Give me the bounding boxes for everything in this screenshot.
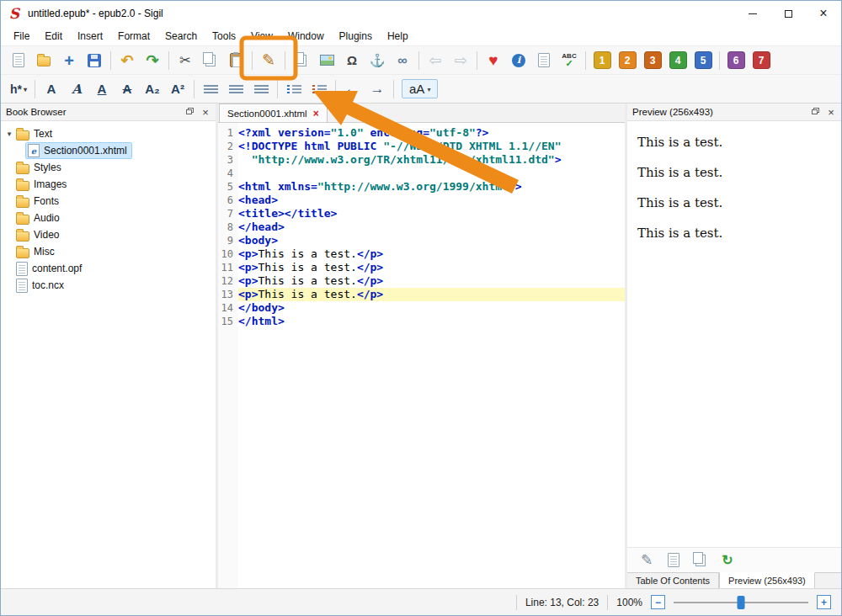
heading-2-button[interactable]: 2 xyxy=(615,49,640,72)
tree-item-content-opf[interactable]: content.opf xyxy=(1,260,216,277)
donate-button[interactable]: ♥ xyxy=(481,49,506,72)
menu-file[interactable]: File xyxy=(6,28,37,45)
tree-item-audio[interactable]: Audio xyxy=(1,210,216,226)
insert-link-button[interactable]: ∞ xyxy=(390,49,415,72)
bold-button[interactable]: A xyxy=(39,77,64,101)
book-browser-tree[interactable]: ▾TextSection0001.xhtmlStylesImagesFontsA… xyxy=(1,121,216,588)
heading-7-button[interactable]: 7 xyxy=(749,49,774,72)
align-center-button[interactable] xyxy=(223,77,248,101)
code-line-2[interactable]: 2<!DOCTYPE html PUBLIC "-//W3C//DTD XHTM… xyxy=(218,140,625,153)
menu-help[interactable]: Help xyxy=(380,28,416,45)
code-line-11[interactable]: 11<p>This is a test.</p> xyxy=(218,261,625,274)
spellcheck-button[interactable]: ABC✓ xyxy=(557,49,582,72)
dock-tab-preview-256x493-[interactable]: Preview (256x493) xyxy=(719,572,815,588)
copy-button[interactable] xyxy=(198,49,223,72)
tab-close-icon[interactable]: × xyxy=(313,109,319,119)
select-all-button[interactable] xyxy=(661,549,686,572)
tree-item-toc-ncx[interactable]: toc.ncx xyxy=(1,277,216,294)
heading-style-button[interactable]: h*▾ xyxy=(6,77,31,101)
tree-item-images[interactable]: Images xyxy=(1,176,216,193)
numbered-list-button[interactable] xyxy=(306,77,332,101)
zoom-slider-handle[interactable] xyxy=(738,596,745,609)
tree-item-video[interactable]: Video xyxy=(1,226,216,243)
book-browser-close-button[interactable] xyxy=(199,106,212,118)
heading-1-button[interactable]: 1 xyxy=(589,49,615,72)
menu-insert[interactable]: Insert xyxy=(70,28,110,45)
bullet-list-button[interactable] xyxy=(281,77,306,101)
maximize-button[interactable] xyxy=(770,1,806,26)
align-right-button[interactable] xyxy=(248,77,274,101)
tree-item-styles[interactable]: Styles xyxy=(1,159,216,176)
paste-button[interactable] xyxy=(223,49,248,72)
preview-close-button[interactable] xyxy=(824,106,838,118)
code-line-13[interactable]: 13<p>This is a test.</p> xyxy=(218,288,625,301)
forward-button[interactable]: ⇨ xyxy=(448,49,473,72)
open-file-button[interactable] xyxy=(31,49,56,72)
code-line-8[interactable]: 8</head> xyxy=(218,220,625,234)
info-button[interactable]: i xyxy=(506,49,531,72)
save-button[interactable] xyxy=(82,49,107,72)
edit-mode-button[interactable]: ✎ xyxy=(256,49,281,72)
dock-tab-table-of-contents[interactable]: Table Of Contents xyxy=(627,573,719,588)
metadata-editor-button[interactable] xyxy=(531,49,557,72)
menu-edit[interactable]: Edit xyxy=(37,28,70,45)
menu-format[interactable]: Format xyxy=(110,28,157,45)
undo-button[interactable]: ↶ xyxy=(115,49,140,72)
heading-6-button[interactable]: 6 xyxy=(723,49,749,72)
zoom-slider[interactable] xyxy=(674,595,808,610)
tree-item-section0001-xhtml[interactable]: Section0001.xhtml xyxy=(1,142,216,159)
insert-image-button[interactable] xyxy=(314,49,339,72)
code-line-15[interactable]: 15</html> xyxy=(218,315,625,328)
increase-indent-button[interactable]: → xyxy=(365,77,390,101)
code-line-9[interactable]: 9<body> xyxy=(218,234,625,247)
menu-tools[interactable]: Tools xyxy=(205,28,243,45)
decrease-indent-button[interactable]: ← xyxy=(339,77,365,101)
code-editor[interactable]: 1<?xml version="1.0" encoding="utf-8"?>2… xyxy=(218,123,625,588)
menu-search[interactable]: Search xyxy=(157,28,205,45)
code-line-3[interactable]: 3 "http://www.w3.org/TR/xhtml11/DTD/xhtm… xyxy=(218,153,625,167)
underline-button[interactable]: A xyxy=(89,77,115,101)
special-characters-button[interactable]: Ω xyxy=(339,49,365,72)
editor-tab-section0001[interactable]: Section0001.xhtml × xyxy=(219,104,328,122)
code-line-4[interactable]: 4 xyxy=(218,167,625,180)
menu-window[interactable]: Window xyxy=(280,28,332,45)
code-line-14[interactable]: 14</body> xyxy=(218,301,625,315)
code-line-10[interactable]: 10<p>This is a test.</p> xyxy=(218,247,625,261)
code-line-12[interactable]: 12<p>This is a test.</p> xyxy=(218,274,625,288)
code-line-5[interactable]: 5<html xmlns="http://www.w3.org/1999/xht… xyxy=(218,180,625,194)
back-button[interactable]: ⇦ xyxy=(423,49,448,72)
tree-item-misc[interactable]: Misc xyxy=(1,243,216,260)
heading-3-button[interactable]: 3 xyxy=(640,49,665,72)
tree-item-text[interactable]: ▾Text xyxy=(1,125,216,142)
book-browser-float-button[interactable] xyxy=(182,106,195,118)
tree-item-fonts[interactable]: Fonts xyxy=(1,193,216,210)
preview-float-button[interactable] xyxy=(807,106,821,118)
change-case-button[interactable]: aA▾ xyxy=(397,77,442,101)
code-line-1[interactable]: 1<?xml version="1.0" encoding="utf-8"?> xyxy=(218,126,625,140)
insert-id-button[interactable]: ⚓ xyxy=(365,49,390,72)
add-existing-files-button[interactable]: + xyxy=(56,49,82,72)
close-button[interactable]: × xyxy=(806,1,841,26)
copy-selection-button[interactable] xyxy=(688,549,713,572)
heading-5-button[interactable]: 5 xyxy=(690,49,716,72)
new-file-button[interactable] xyxy=(6,49,31,72)
heading-4-button[interactable]: 4 xyxy=(665,49,690,72)
code-line-7[interactable]: 7<title></title> xyxy=(218,207,625,220)
superscript-button[interactable]: A² xyxy=(165,77,190,101)
italic-button[interactable]: A xyxy=(64,77,89,101)
code-line-6[interactable]: 6<head> xyxy=(218,194,625,207)
refresh-preview-button[interactable]: ↻ xyxy=(715,549,740,572)
minimize-button[interactable] xyxy=(735,1,770,26)
align-left-button[interactable] xyxy=(198,77,223,101)
redo-button[interactable]: ↷ xyxy=(140,49,165,72)
inspect-button[interactable]: ✎ xyxy=(634,549,659,572)
menu-view[interactable]: View xyxy=(243,28,280,45)
zoom-in-button[interactable]: + xyxy=(817,595,831,609)
cut-button[interactable]: ✂ xyxy=(173,49,198,72)
zoom-out-button[interactable]: − xyxy=(651,595,665,609)
expander-icon[interactable]: ▾ xyxy=(4,130,14,138)
split-at-cursor-button[interactable] xyxy=(289,49,314,72)
subscript-button[interactable]: A₂ xyxy=(140,77,165,101)
strikethrough-button[interactable]: A xyxy=(115,77,140,101)
menu-plugins[interactable]: Plugins xyxy=(332,28,380,45)
